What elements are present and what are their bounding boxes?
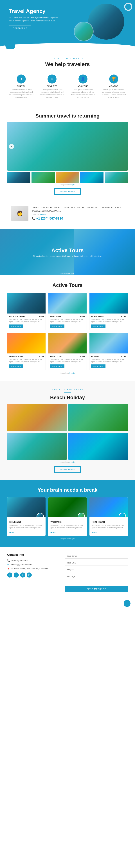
beach-title: Beach Holiday [7, 395, 128, 400]
thumb-4[interactable] [80, 172, 103, 183]
about-text: Lorem ipsum dolor sit amet consectetur a… [71, 88, 95, 99]
feature-awards: 🏆 AWARDS Lorem ipsum dolor sit amet cons… [100, 73, 128, 100]
social-googleplus[interactable]: g+ [27, 572, 32, 578]
brain-card-waterfalls: Waterfalls Sample text. Click to select … [48, 497, 87, 536]
tour-summer-price: $ 700 [39, 355, 44, 358]
tour-islands-desc: Sample text. Click to select the text bo… [91, 358, 126, 363]
features-grid: ✈ TRAVEL Lorem ipsum dolor sit amet cons… [7, 73, 128, 100]
hero-large-circle [88, 4, 124, 40]
tour-summer-desc: Sample text. Click to select the text bo… [9, 358, 44, 363]
form-email-input[interactable] [65, 560, 128, 565]
tour-mountain-price: $ 500 [39, 315, 44, 317]
contact-info-phone: +1 (234) 567-8910 [11, 559, 28, 561]
tour-surf-name: SURF TRAVEL [50, 315, 62, 317]
beach-learn-more-button[interactable]: LEARN MORE [54, 466, 81, 473]
footer-accent-dot [124, 600, 131, 607]
main-image-container: ‹ [7, 122, 128, 170]
about-title: ABOUT US [71, 85, 95, 87]
thumb-1[interactable] [7, 172, 30, 183]
book-ocean-button[interactable]: BOOK NOW [91, 324, 105, 328]
tour-card-summer: SUMMER TRAVEL $ 700 Sample text. Click t… [7, 333, 46, 370]
contact-banner-image: 👩 [11, 206, 28, 221]
tour-mountain-img [7, 293, 45, 313]
tour-ocean-desc: Sample text. Click to select the text bo… [91, 318, 126, 323]
prev-arrow-button[interactable]: ‹ [9, 144, 14, 149]
hero-accent-circle [5, 40, 15, 49]
brain-waterfalls-img [48, 497, 87, 517]
thumb-5[interactable] [105, 172, 128, 183]
brain-title: Your brain needs a break [7, 487, 128, 493]
book-summer-button[interactable]: BOOK NOW [9, 365, 24, 368]
brain-waterfalls-more-button[interactable]: MORE [50, 532, 56, 534]
contact-info-address: 61 Rosem Lake, Belmont Area, California [11, 567, 48, 569]
awards-icon: 🏆 [109, 74, 118, 84]
learn-more-button[interactable]: LEARN MORE [54, 188, 81, 195]
contact-info-title: Contact Info [7, 553, 60, 556]
tour-card-surf: SURF TRAVEL $ 800 Sample text. Click to … [48, 292, 87, 330]
active-banner-content: Active Tours Sit amet volutpat consequat… [24, 247, 111, 257]
contact-phone-detail: 📞 +1 (234) 567-8910 [7, 559, 60, 562]
send-message-button[interactable]: SEND MESSAGE [65, 586, 128, 592]
tour-card-ocean: OCEAN TRAVEL $ 700 Sample text. Click to… [89, 292, 128, 330]
brain-mountains-name: Mountains [9, 521, 43, 523]
awards-text: Lorem ipsum dolor sit amet consectetur a… [102, 88, 126, 99]
tour-mountain-desc: Sample text. Click to select the text bo… [9, 318, 44, 323]
contact-credit: Image from Freepik [32, 213, 124, 215]
phone-detail-icon: 📞 [7, 559, 10, 562]
form-message-input[interactable] [65, 574, 128, 584]
book-islands-button[interactable]: BOOK NOW [91, 365, 105, 368]
contact-form: SEND MESSAGE [65, 553, 128, 592]
tours-grid: MOUNTAIN TRAVEL $ 500 Sample text. Click… [7, 292, 128, 370]
tour-islands-name: ISLANDS [91, 355, 99, 358]
active-banner-credit: Image from Freepik [61, 273, 74, 274]
book-photo-button[interactable]: BOOK NOW [50, 365, 64, 368]
contact-phone-row: 📞 +1 (234) 567-8910 [32, 217, 124, 220]
brain-road-more-button[interactable]: MORE [92, 532, 97, 534]
tour-photo-img [48, 333, 87, 353]
beach-img-2 [68, 404, 128, 431]
benefits-icon: ☀ [47, 74, 57, 84]
brain-card-mountains: Mountains Sample text. Click to select t… [7, 497, 45, 536]
thumb-3[interactable] [56, 172, 79, 183]
social-facebook[interactable]: f [7, 572, 12, 578]
active-banner-title: Active Tours [24, 247, 111, 253]
form-subject-input[interactable] [65, 567, 128, 572]
form-name-input[interactable] [65, 553, 128, 559]
brain-mountains-img [7, 497, 45, 517]
tour-ocean-img [90, 293, 128, 313]
active-banner-desc: Sit amet volutpat consequat mauris. Clic… [24, 255, 111, 257]
summer-image-credit: Image from Freepik [7, 184, 128, 186]
social-twitter[interactable]: t [14, 572, 19, 578]
hero-ring-decoration [124, 3, 132, 11]
active-banner: Active Tours Sit amet volutpat consequat… [0, 229, 135, 275]
contact-us-button[interactable]: CONTACT US [9, 26, 31, 31]
beach-img-3 [7, 433, 67, 460]
contact-address-detail: 📍 61 Rosem Lake, Belmont Area, Californi… [7, 567, 60, 570]
phone-icon: 📞 [32, 217, 35, 220]
feature-about: 👤 ABOUT US Lorem ipsum dolor sit amet co… [69, 73, 97, 100]
brain-grid: Mountains Sample text. Click to select t… [7, 497, 128, 536]
tour-mountain-name: MOUNTAIN TRAVEL [9, 315, 25, 317]
social-linkedin[interactable]: in [20, 572, 25, 578]
brain-road-name: Road Travel [92, 521, 126, 523]
hero-content: Travel Agency Nibh venenatis cras sed fe… [9, 6, 63, 31]
beach-subtitle: BEACH TOUR PACKAGES [7, 389, 128, 391]
brain-credit: Image from Freepik [7, 538, 128, 540]
brain-mountains-more-button[interactable]: MORE [9, 532, 14, 534]
travel-title: TRAVEL [9, 85, 33, 87]
hero-small-circle [74, 22, 94, 41]
about-icon: 👤 [78, 74, 88, 84]
thumb-2[interactable] [32, 172, 55, 183]
beach-divider [64, 392, 71, 393]
email-icon: ✉ [7, 563, 9, 566]
tour-surf-price: $ 800 [80, 315, 85, 317]
tour-summer-name: SUMMER TRAVEL [9, 355, 24, 358]
tour-photo-name: PHOTO TOUR [50, 355, 62, 358]
travel-icon: ✈ [17, 74, 26, 84]
summer-section: Summer travel is returning ‹ Image from … [0, 107, 135, 200]
contact-info-email: contact@youremail.com [11, 563, 32, 566]
benefits-title: BENEFITS [40, 85, 64, 87]
book-surf-button[interactable]: BOOK NOW [50, 324, 64, 328]
hero-section: Travel Agency Nibh venenatis cras sed fe… [0, 0, 135, 49]
book-mountain-button[interactable]: BOOK NOW [9, 324, 24, 328]
